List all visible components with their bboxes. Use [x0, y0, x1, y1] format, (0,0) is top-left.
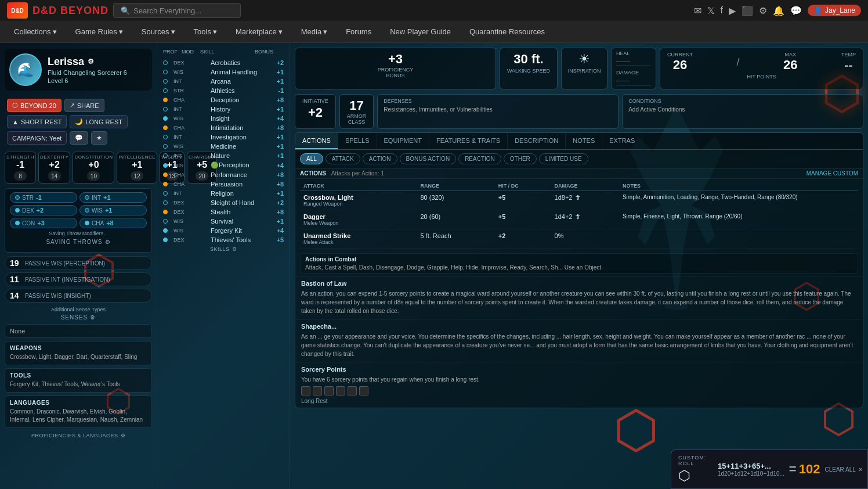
tab-actions[interactable]: ACTIONS: [295, 133, 338, 149]
table-row[interactable]: Unarmed Strike Melee Attack 5 ft. Reach …: [300, 229, 858, 249]
dex-saving-throw[interactable]: DEX +2: [10, 205, 77, 215]
ability-str[interactable]: STRENGTH -1 8: [5, 152, 36, 184]
character-settings-icon[interactable]: ⚙: [88, 57, 94, 66]
passive-investigation-row[interactable]: 11 PASSIVE INT (INVESTIGATION): [5, 272, 152, 286]
list-item[interactable]: DEX Acrobatics +2: [161, 58, 286, 67]
settings-icon[interactable]: ⚙: [759, 5, 767, 16]
sub-tab-limited-use[interactable]: LIMITED USE: [539, 153, 588, 164]
list-item[interactable]: INT History +1: [161, 105, 286, 114]
sub-tab-other[interactable]: OTHER: [504, 153, 537, 164]
conditions-box[interactable]: CONDITIONS Add Active Conditions: [622, 94, 863, 129]
sp-pip-0[interactable]: [301, 386, 310, 395]
sidebar-item-quarantine[interactable]: Quarantine Resources: [467, 23, 547, 41]
tab-spells[interactable]: SPELLS: [338, 133, 377, 149]
clear-all-button[interactable]: CLEAR ALL ✕: [824, 466, 862, 473]
sp-pip-5[interactable]: [359, 386, 368, 395]
sidebar-item-media[interactable]: Media ▾: [299, 23, 330, 41]
tab-equipment[interactable]: EQUIPMENT: [377, 133, 429, 149]
ability-int[interactable]: INTELLIGENCE +1 12: [117, 152, 157, 184]
list-item[interactable]: CHA Performance +8: [161, 170, 286, 179]
sub-tab-reaction[interactable]: REACTION: [458, 153, 501, 164]
passive-insight-row[interactable]: 14 PASSIVE WIS (INSIGHT): [5, 289, 152, 303]
cha-saving-throw[interactable]: CHA +8: [79, 218, 147, 228]
share-icon: ↗: [70, 102, 75, 109]
twitter-icon[interactable]: 𝕏: [707, 5, 715, 16]
twitch-icon[interactable]: ⬛: [742, 5, 753, 16]
beyond20-button[interactable]: ⬡ BEYOND 20: [7, 99, 62, 112]
share-button[interactable]: ↗ SHARE: [64, 99, 104, 112]
sidebar-item-sources[interactable]: Sources ▾: [139, 23, 178, 41]
sidebar-item-forums[interactable]: Forums: [343, 23, 374, 41]
long-rest-button[interactable]: 🌙 LONG REST: [70, 115, 128, 128]
list-item[interactable]: INT Arcana +1: [161, 77, 286, 86]
youtube-icon[interactable]: ▶: [729, 5, 736, 16]
inspiration-box[interactable]: ☀ INSPIRATION: [561, 48, 607, 89]
list-item[interactable]: STR Athletics -1: [161, 86, 286, 95]
sub-tab-attack[interactable]: ATTACK: [326, 153, 360, 164]
sp-pip-2[interactable]: [324, 386, 334, 395]
sub-tab-action[interactable]: ACTION: [363, 153, 397, 164]
campaign-button[interactable]: CAMPAIGN: Yeet: [7, 131, 67, 145]
short-rest-button[interactable]: ▲ SHORT REST: [7, 115, 67, 128]
skill-attr: INT: [173, 134, 191, 140]
list-item[interactable]: DEX Stealth +8: [161, 207, 286, 217]
skills-footer[interactable]: SKILLS ⚙: [161, 245, 286, 254]
sp-pip-4[interactable]: [348, 386, 357, 395]
heal-input[interactable]: [616, 57, 651, 66]
character-avatar[interactable]: 🌊: [9, 53, 42, 86]
user-badge[interactable]: 👤 Jay_Lane: [808, 5, 861, 16]
wis-saving-throw[interactable]: WIS +1: [79, 205, 147, 215]
table-row[interactable]: Crossbow, Light Ranged Weapon 80 (320) +…: [300, 191, 858, 210]
list-item[interactable]: DEX Thieves' Tools +5: [161, 235, 286, 245]
int-saving-throw[interactable]: INT +1: [79, 192, 147, 203]
sp-pip-1[interactable]: [313, 386, 322, 395]
facebook-icon[interactable]: f: [721, 5, 723, 16]
tab-notes[interactable]: NOTES: [566, 133, 602, 149]
skills-settings-icon[interactable]: ⚙: [232, 246, 237, 252]
sidebar-item-tools[interactable]: Tools ▾: [191, 23, 219, 41]
star-button[interactable]: ★: [91, 131, 107, 145]
sp-pip-3[interactable]: [336, 386, 345, 395]
table-row[interactable]: Dagger Melee Weapon 20 (60) +5 1d4+2 🗡 S…: [300, 210, 858, 229]
list-item[interactable]: WIS Forgery Kit +4: [161, 226, 286, 235]
sub-tab-bonus-action[interactable]: BONUS ACTION: [400, 153, 457, 164]
list-item[interactable]: WIS Medicine +1: [161, 142, 286, 151]
chat-icon[interactable]: 💬: [790, 5, 802, 16]
list-item[interactable]: INT Religion +1: [161, 189, 286, 198]
tab-description[interactable]: DESCRIPTION: [508, 133, 566, 149]
senses-settings-icon[interactable]: ⚙: [90, 314, 96, 321]
passive-perception-row[interactable]: 19 PASSIVE WIS (PERCEPTION): [5, 256, 152, 270]
chat-button[interactable]: 💬: [70, 131, 88, 145]
int-throw-dot: [85, 195, 89, 200]
ability-con[interactable]: CONSTITUTION +0 10: [73, 152, 114, 184]
ability-dex[interactable]: DEXTERITY +2 14: [38, 152, 70, 184]
list-item[interactable]: WIS 🟢Perception +4: [161, 160, 286, 170]
proficiencies-settings-icon[interactable]: ⚙: [121, 433, 126, 438]
sidebar-item-marketplace[interactable]: Marketplace ▾: [233, 23, 285, 41]
list-item[interactable]: DEX Sleight of Hand +2: [161, 198, 286, 207]
con-saving-throw[interactable]: CON +3: [10, 218, 77, 228]
list-item[interactable]: INT Nature +1: [161, 151, 286, 160]
list-item[interactable]: CHA Deception +8: [161, 95, 286, 105]
message-icon[interactable]: ✉: [694, 5, 701, 16]
list-item[interactable]: CHA Intimidation +8: [161, 123, 286, 132]
proficiencies-footer[interactable]: PROFICIENCIES & LANGUAGES ⚙: [5, 431, 152, 440]
tab-features---traits[interactable]: FEATURES & TRAITS: [429, 133, 508, 149]
damage-input[interactable]: [616, 77, 651, 85]
list-item[interactable]: WIS Survival +1: [161, 217, 286, 226]
manage-custom-button[interactable]: MANAGE CUSTOM: [806, 170, 858, 177]
str-saving-throw[interactable]: STR -1: [10, 192, 77, 203]
sub-tab-all[interactable]: ALL: [300, 153, 323, 164]
saving-throws-settings-icon[interactable]: ⚙: [105, 239, 111, 245]
saving-throw-modifiers-link[interactable]: Saving Throw Modifiers...: [10, 231, 147, 236]
list-item[interactable]: WIS Animal Handling +1: [161, 67, 286, 77]
search-bar[interactable]: 🔍 Search Everything...: [113, 3, 241, 18]
sidebar-item-collections[interactable]: Collections ▾: [12, 23, 59, 41]
list-item[interactable]: WIS Insight +4: [161, 114, 286, 123]
tab-extras[interactable]: EXTRAS: [602, 133, 642, 149]
bell-icon[interactable]: 🔔: [773, 5, 784, 16]
list-item[interactable]: INT Investigation +1: [161, 132, 286, 142]
sidebar-item-new-player-guide[interactable]: New Player Guide: [388, 23, 453, 41]
list-item[interactable]: CHA Persuasion +8: [161, 179, 286, 189]
sidebar-item-game-rules[interactable]: Game Rules ▾: [73, 23, 125, 41]
